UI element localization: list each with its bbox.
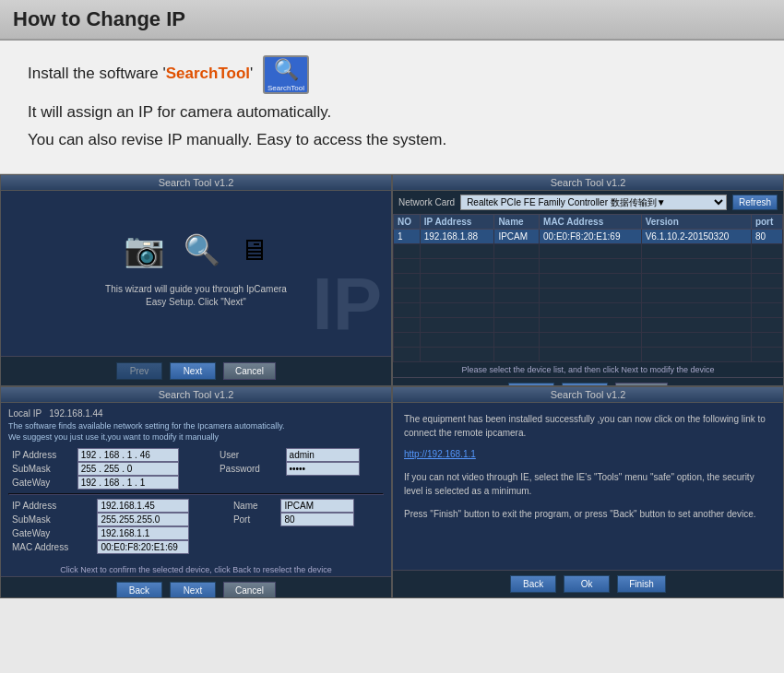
ss3-next-button[interactable]: Next [170,582,216,598]
network-card-label: Network Card [398,197,455,207]
searchtool-icon: 🔍 SearchTool [263,55,309,94]
ss1-cancel-button[interactable]: Cancel [223,362,276,380]
screenshot-success: Search Tool v1.2 The equipment has been … [392,386,784,598]
form-divider [8,493,384,495]
user-input[interactable] [286,448,360,462]
port-input[interactable] [280,513,354,526]
device-table-head: NO IP Address Name MAC Address Version p… [394,215,783,230]
cell-name: IPCAM [494,230,540,244]
submask2-input[interactable] [97,513,189,526]
ss1-prev-button[interactable]: Prev [116,362,162,380]
ss2-footer-text: Please select the device list, and then … [393,362,783,377]
ss4-finish-button[interactable]: Finish [617,575,666,593]
cell-port: 80 [751,230,782,244]
submask2-label: SubMask [8,513,97,526]
device-table-empty-row [394,348,783,362]
ss1-buttons: Prev Next Cancel [1,356,391,385]
header: How to Change IP [0,0,784,41]
ss2-buttons: Back Ok Cancel [393,377,783,386]
network-form-table: IP Address User SubMask Password GateWay [8,448,384,490]
screenshot-device-list: Search Tool v1.2 Network Card Realtek PC… [392,174,784,386]
intro-line1: Install the software 'SearchTool' 🔍 Sear… [28,55,756,94]
monitor-camera-icon: 🖥 [239,233,268,267]
user-label: User [212,448,286,462]
page-title: How to Change IP [13,7,771,31]
mac-row: MAC Address [8,540,384,554]
device-table-empty-row [394,259,783,274]
screenshot-wizard-start: Search Tool v1.2 📷 🔍 🖥 This wizard will … [0,174,392,386]
col-version: Version [641,215,751,230]
camera-icon-left: 📷 [124,230,165,269]
device-table-header-row: NO IP Address Name MAC Address Version p… [394,215,783,230]
ss4-back-button[interactable]: Back [510,575,556,593]
ss4-text1: The equipment has been installed success… [404,412,772,440]
name-label: Name [226,499,281,513]
ss4-text3: Press "Finish" button to exit the progra… [404,507,772,521]
ss2-title: Search Tool v1.2 [393,175,783,191]
ip-label: IP Address [8,448,77,462]
device-table-empty-row [394,244,783,259]
mac-input[interactable] [97,540,189,554]
ss4-title: Search Tool v1.2 [393,387,783,403]
device-table-empty-row [394,318,783,333]
wizard-text: This wizard will guide you through IpCam… [104,283,289,309]
gateway-label: GateWay [8,476,77,490]
ss4-text2: If you can not video through IE, select … [404,470,772,498]
col-mac: MAC Address [540,215,642,230]
ss3-back-button[interactable]: Back [116,582,162,598]
auto-note: The software finds available network set… [8,421,384,443]
gateway-row: GateWay [8,476,384,490]
ip2-input[interactable] [97,499,189,513]
submask-label: SubMask [8,462,77,476]
ss4-buttons: Back Ok Finish [393,570,783,597]
refresh-button[interactable]: Refresh [732,195,778,210]
ss1-body: 📷 🔍 🖥 This wizard will guide you through… [1,191,391,356]
ss3-cancel-button[interactable]: Cancel [223,582,276,598]
cell-no: 1 [394,230,421,244]
port-label: Port [226,513,281,526]
ss3-footer-text: Click Next to confirm the selected devic… [1,563,391,576]
ss1-title: Search Tool v1.2 [1,175,391,191]
device-table-empty-row [394,289,783,303]
col-port: port [751,215,782,230]
ip-row: IP Address User [8,448,384,462]
device-table: NO IP Address Name MAC Address Version p… [393,214,783,362]
device-table-empty-row [394,333,783,348]
mac-label: MAC Address [8,540,97,554]
intro-line2: It will assign an IP for camera automati… [28,103,756,122]
col-name: Name [494,215,540,230]
ss4-ok-button[interactable]: Ok [564,575,610,593]
network-card-select[interactable]: Realtek PCIe FE Family Controller 数据传输到▼ [460,195,727,210]
ss2-toolbar: Network Card Realtek PCIe FE Family Cont… [393,191,783,214]
intro-section: Install the software 'SearchTool' 🔍 Sear… [0,41,784,174]
ss4-body: The equipment has been installed success… [393,403,783,570]
device-info-table: IP Address Name SubMask Port GateWay MAC [8,499,384,554]
gateway2-row: GateWay [8,526,384,540]
device-table-row[interactable]: 1192.168.1.88IPCAM00:E0:F8:20:E1:69V6.1.… [394,230,783,244]
screenshot-network-settings: Search Tool v1.2 Local IP 192.168.1.44 T… [0,386,392,598]
ss3-body: Local IP 192.168.1.44 The software finds… [1,403,391,563]
gateway-input[interactable] [77,476,179,490]
ip2-row: IP Address Name [8,499,384,513]
cell-version: V6.1.10.2-20150320 [641,230,751,244]
ss1-next-button[interactable]: Next [170,362,216,380]
col-ip: IP Address [420,215,494,230]
ip-input[interactable] [77,448,179,462]
ss4-link[interactable]: http://192.168.1.1 [404,447,772,461]
password-input[interactable] [286,462,360,476]
intro-line3: You can also revise IP manually. Easy to… [28,131,756,149]
camera-icons: 📷 🔍 🖥 [124,230,268,269]
col-no: NO [394,215,421,230]
cell-ip: 192.168.1.88 [420,230,494,244]
device-table-body: 1192.168.1.88IPCAM00:E0:F8:20:E1:69V6.1.… [394,230,783,362]
gateway2-input[interactable] [97,526,189,540]
device-table-empty-row [394,274,783,289]
cell-mac: 00:E0:F8:20:E1:69 [540,230,642,244]
password-label: Password [212,462,286,476]
ss3-buttons: Back Next Cancel [1,576,391,598]
magnify-icon: 🔍 [184,232,220,267]
screenshots-grid: Search Tool v1.2 📷 🔍 🖥 This wizard will … [0,174,784,598]
name-input[interactable] [280,499,354,513]
ss3-title: Search Tool v1.2 [1,387,391,403]
submask-input[interactable] [77,462,179,476]
